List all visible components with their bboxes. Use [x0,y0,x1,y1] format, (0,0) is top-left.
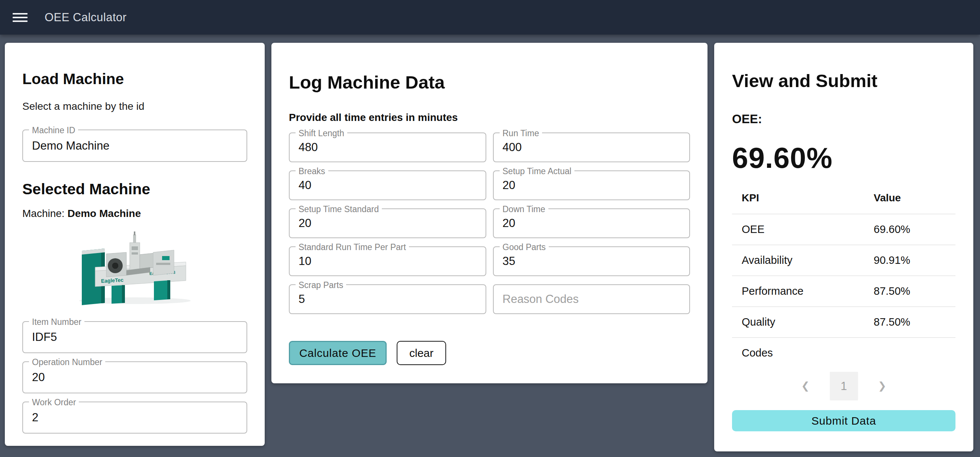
pagination: ❮ 1 ❯ [732,372,956,400]
kpi-cell: Performance [732,285,874,297]
table-row: Performance 87.50% [732,275,956,306]
table-row: Quality 87.50% [732,306,956,337]
chevron-left-icon[interactable]: ❮ [799,379,812,393]
view-submit-title: View and Submit [732,70,956,91]
menu-icon[interactable] [10,7,30,28]
oee-label: OEE: [732,112,956,126]
load-machine-subtitle: Select a machine by the id [22,101,247,112]
item-number-label: Item Number [29,317,84,327]
table-row: Availability 90.91% [732,244,956,275]
table-row: OEE 69.60% [732,214,956,244]
log-data-fields-grid: Shift Length Run Time Breaks Setup Time … [289,133,690,314]
load-machine-panel: Load Machine Select a machine by the id … [5,43,265,446]
kpi-header-cell: KPI [732,192,874,204]
shift-length-label: Shift Length [296,128,347,139]
setup-time-actual-field[interactable]: Setup Time Actual [493,171,690,200]
calculate-oee-button[interactable]: Calculate OEE [289,341,387,365]
machine-name: Demo Machine [67,208,141,219]
standard-run-time-field[interactable]: Standard Run Time Per Part [289,246,486,276]
selected-machine-title: Selected Machine [22,181,247,198]
main-content: Load Machine Select a machine by the id … [5,43,973,451]
breaks-label: Breaks [296,166,328,176]
kpi-cell: OEE [732,223,874,236]
value-header-cell: Value [874,192,956,204]
page-number-button[interactable]: 1 [830,372,858,400]
log-data-title: Log Machine Data [289,72,690,93]
kpi-table: KPI Value OEE 69.60% Availability 90.91%… [732,182,956,368]
kpi-cell: Codes [732,347,874,359]
run-time-label: Run Time [500,128,542,139]
kpi-cell: Availability [732,254,874,267]
clear-button[interactable]: clear [397,341,446,365]
machine-image: EagleTec EA-TL1530T3 [22,232,247,308]
log-machine-data-panel: Log Machine Data Provide all time entrie… [271,43,708,383]
value-cell: 90.91% [874,254,956,267]
item-number-field[interactable]: Item Number [22,321,247,353]
reason-codes-input[interactable] [494,285,690,313]
good-parts-label: Good Parts [500,242,549,252]
setup-time-actual-label: Setup Time Actual [500,166,574,176]
standard-run-time-label: Standard Run Time Per Part [296,242,409,252]
work-order-field[interactable]: Work Order [22,401,247,433]
table-row: Codes [732,337,956,368]
log-data-subtitle: Provide all time entries in minutes [289,112,690,123]
app-bar: OEE Calculator [0,0,980,35]
reason-codes-field[interactable] [493,284,690,314]
scrap-parts-field[interactable]: Scrap Parts [289,284,486,314]
breaks-field[interactable]: Breaks [289,171,486,200]
setup-time-standard-label: Setup Time Standard [296,204,382,214]
down-time-label: Down Time [500,204,548,214]
kpi-table-header: KPI Value [732,182,956,214]
load-machine-fields: Item Number Operation Number Work Order [22,321,247,433]
view-submit-panel: View and Submit OEE: 69.60% KPI Value OE… [714,43,973,451]
oee-value: 69.60% [732,141,956,175]
work-order-label: Work Order [29,398,79,407]
setup-time-standard-field[interactable]: Setup Time Standard [289,208,486,238]
operation-number-field[interactable]: Operation Number [22,361,247,393]
value-cell: 87.50% [874,285,956,297]
operation-number-label: Operation Number [29,357,105,367]
value-cell: 87.50% [874,316,956,328]
value-cell: 69.60% [874,223,956,236]
run-time-field[interactable]: Run Time [493,133,690,162]
down-time-field[interactable]: Down Time [493,208,690,238]
submit-data-button[interactable]: Submit Data [732,410,956,431]
shift-length-field[interactable]: Shift Length [289,133,486,162]
scrap-parts-label: Scrap Parts [296,280,346,290]
chevron-right-icon[interactable]: ❯ [876,379,889,393]
machine-brand-text: EagleTec [101,277,123,284]
machine-label: Machine: [22,208,65,219]
load-machine-title: Load Machine [22,70,247,88]
log-data-actions: Calculate OEE clear [289,341,690,365]
app-title: OEE Calculator [45,11,127,24]
selected-machine-line: Machine: Demo Machine [22,208,247,220]
machine-id-field[interactable]: Machine ID [22,129,247,162]
kpi-cell: Quality [732,316,874,328]
machine-id-label: Machine ID [29,125,78,136]
good-parts-field[interactable]: Good Parts [493,246,690,276]
